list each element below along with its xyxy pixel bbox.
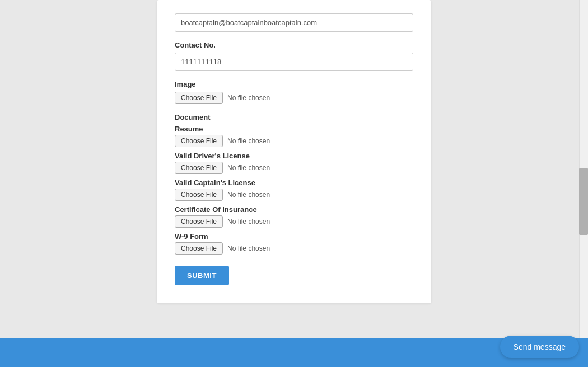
send-message-button[interactable]: Send message [500,336,579,358]
image-file-wrapper: Choose File No file chosen [175,92,413,104]
document-section: Document Resume Choose File No file chos… [175,113,413,255]
captains-license-file-wrapper: Choose File No file chosen [175,189,413,201]
page-wrapper: Contact No. Image Choose File No file ch… [0,0,588,367]
image-label: Image [175,80,413,88]
drivers-license-file-wrapper: Choose File No file chosen [175,162,413,174]
certificate-insurance-no-file-text: No file chosen [227,218,270,225]
certificate-insurance-item: Certificate Of Insurance Choose File No … [175,205,413,228]
drivers-license-label: Valid Driver's License [175,152,413,160]
submit-button[interactable]: SUBMIT [175,266,229,285]
captains-license-no-file-text: No file chosen [227,191,270,199]
scrollbar-track [579,0,588,367]
resume-file-wrapper: Choose File No file chosen [175,135,413,147]
form-card: Contact No. Image Choose File No file ch… [157,0,431,303]
w9-form-choose-file-button[interactable]: Choose File [175,242,223,255]
resume-choose-file-button[interactable]: Choose File [175,135,223,147]
image-no-file-text: No file chosen [227,94,270,102]
contact-input[interactable] [175,53,413,71]
w9-form-item: W-9 Form Choose File No file chosen [175,232,413,255]
drivers-license-item: Valid Driver's License Choose File No fi… [175,152,413,174]
resume-label: Resume [175,125,413,133]
contact-field-group: Contact No. [175,41,413,71]
email-field-group [175,13,413,32]
captains-license-choose-file-button[interactable]: Choose File [175,189,223,201]
resume-no-file-text: No file chosen [227,137,270,145]
contact-label: Contact No. [175,41,413,49]
image-choose-file-button[interactable]: Choose File [175,92,223,104]
certificate-insurance-file-wrapper: Choose File No file chosen [175,215,413,228]
w9-form-no-file-text: No file chosen [227,244,270,252]
resume-item: Resume Choose File No file chosen [175,125,413,147]
certificate-insurance-choose-file-button[interactable]: Choose File [175,215,223,228]
captains-license-item: Valid Captain's License Choose File No f… [175,178,413,201]
w9-form-label: W-9 Form [175,232,413,241]
document-label: Document [175,113,413,121]
captains-license-label: Valid Captain's License [175,178,413,187]
email-input[interactable] [175,13,413,32]
drivers-license-choose-file-button[interactable]: Choose File [175,162,223,174]
drivers-license-no-file-text: No file chosen [227,164,270,172]
certificate-insurance-label: Certificate Of Insurance [175,205,413,214]
scrollbar-thumb[interactable] [579,168,588,235]
w9-form-file-wrapper: Choose File No file chosen [175,242,413,255]
image-field-group: Image Choose File No file chosen [175,80,413,104]
bottom-bar [0,338,588,367]
